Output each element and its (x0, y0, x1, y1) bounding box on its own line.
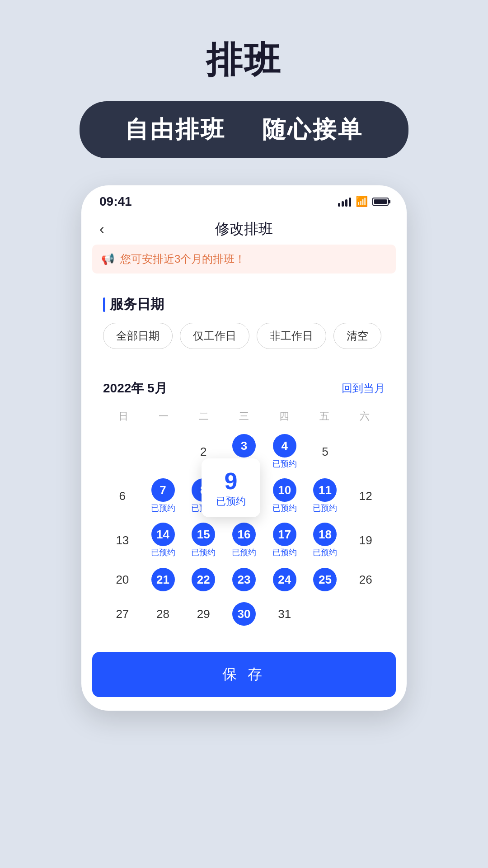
back-to-month-link[interactable]: 回到当月 (342, 381, 385, 396)
weekday-sun: 日 (103, 406, 143, 427)
cal-day-30[interactable]: 30 (225, 598, 263, 630)
page-title: 排班 (206, 36, 282, 85)
save-button[interactable]: 保 存 (92, 652, 396, 697)
cal-empty-1 (103, 430, 142, 473)
status-bar: 09:41 📶 (81, 185, 407, 213)
cal-day-31[interactable]: 31 (265, 598, 304, 630)
cal-day-17[interactable]: 17已预约 (265, 519, 304, 561)
status-icons: 📶 (338, 196, 389, 208)
filter-all-dates[interactable]: 全部日期 (103, 323, 173, 349)
cal-day-25[interactable]: 25 (306, 563, 345, 596)
filter-workday[interactable]: 仅工作日 (180, 323, 249, 349)
cal-day-14[interactable]: 14已预约 (144, 519, 183, 561)
weekday-fri: 五 (305, 406, 345, 427)
notice-banner: 📢 您可安排近3个月的排班！ (92, 245, 396, 274)
back-button[interactable]: ‹ (99, 221, 104, 237)
calendar-weekdays: 日 一 二 三 四 五 六 (103, 406, 385, 427)
filter-clear[interactable]: 清空 (333, 323, 381, 349)
section-title-row: 服务日期 (103, 295, 385, 314)
cal-day-16[interactable]: 16已预约 (225, 519, 263, 561)
cal-day-26[interactable]: 26 (346, 563, 385, 596)
subtitle-text-2: 随心接单 (262, 114, 363, 146)
cal-day-6[interactable]: 6 (103, 475, 142, 517)
battery-icon (372, 198, 389, 206)
tooltip-day-num: 9 (225, 467, 238, 495)
section-indicator (103, 297, 105, 312)
nav-bar: ‹ 修改排班 (81, 213, 407, 245)
calendar-section: 2022年 5月 回到当月 日 一 二 三 四 五 六 9 已预约 2 (92, 369, 396, 641)
cal-day-27[interactable]: 27 (103, 598, 142, 630)
cal-day-15[interactable]: 15已预约 (184, 519, 223, 561)
tooltip-popup: 9 已预约 (202, 458, 260, 517)
cal-empty-2 (144, 430, 183, 473)
cal-day-18[interactable]: 18已预约 (306, 519, 345, 561)
notice-text: 您可安排近3个月的排班！ (120, 252, 245, 266)
section-title: 服务日期 (110, 295, 164, 314)
cal-day-29[interactable]: 29 (184, 598, 223, 630)
filter-non-workday[interactable]: 非工作日 (257, 323, 326, 349)
calendar-month-label: 2022年 5月 (103, 380, 167, 397)
cal-day-11[interactable]: 11已预约 (306, 475, 345, 517)
weekday-sat: 六 (345, 406, 385, 427)
cal-empty-3 (346, 430, 385, 473)
weekday-wed: 三 (224, 406, 264, 427)
cal-day-4[interactable]: 4已预约 (265, 430, 304, 473)
weekday-thu: 四 (264, 406, 305, 427)
cal-empty-4 (306, 598, 345, 630)
signal-icon (338, 197, 351, 207)
cal-day-7[interactable]: 7已预约 (144, 475, 183, 517)
filter-row: 全部日期 仅工作日 非工作日 清空 (103, 323, 385, 349)
phone-mockup: 09:41 📶 ‹ 修改排班 📢 您可安排近3个月的排班！ 服务日期 (81, 185, 407, 711)
cal-day-21[interactable]: 21 (144, 563, 183, 596)
status-time: 09:41 (99, 194, 132, 209)
subtitle-banner: 自由排班 随心接单 (80, 101, 408, 158)
nav-title: 修改排班 (215, 219, 273, 239)
cal-day-12[interactable]: 12 (346, 475, 385, 517)
cal-day-5[interactable]: 5 (306, 430, 345, 473)
cal-day-10[interactable]: 10已预约 (265, 475, 304, 517)
tooltip-booked: 已预约 (216, 495, 246, 508)
weekday-mon: 一 (143, 406, 183, 427)
notice-icon: 📢 (101, 253, 115, 265)
cal-day-28[interactable]: 28 (144, 598, 183, 630)
wifi-icon: 📶 (356, 196, 368, 208)
weekday-tue: 二 (183, 406, 224, 427)
cal-day-24[interactable]: 24 (265, 563, 304, 596)
cal-day-19[interactable]: 19 (346, 519, 385, 561)
cal-day-20[interactable]: 20 (103, 563, 142, 596)
subtitle-text-1: 自由排班 (125, 114, 226, 146)
service-date-section: 服务日期 全部日期 仅工作日 非工作日 清空 (92, 284, 396, 360)
calendar-header: 2022年 5月 回到当月 (103, 380, 385, 397)
cal-empty-5 (346, 598, 385, 630)
cal-day-13[interactable]: 13 (103, 519, 142, 561)
cal-day-22[interactable]: 22 (184, 563, 223, 596)
cal-day-23[interactable]: 23 (225, 563, 263, 596)
calendar-grid-main: 9 已预约 2 3已预约 4已预约 5 6 7已预约 8已预约 9已预约 10已… (103, 430, 385, 630)
